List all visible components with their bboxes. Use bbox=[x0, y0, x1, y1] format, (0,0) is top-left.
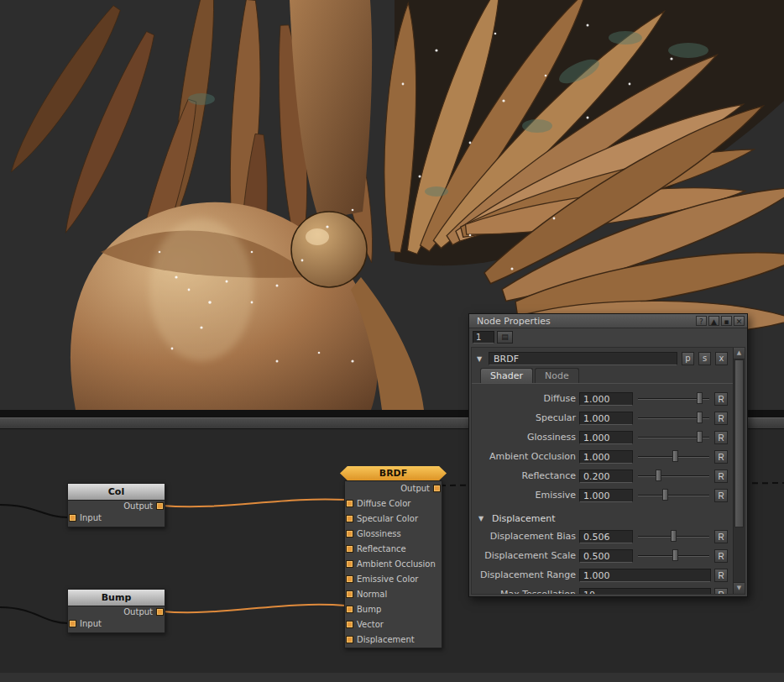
displacement-scale-reset-button[interactable]: R bbox=[714, 549, 728, 563]
glossiness-slider-handle[interactable] bbox=[697, 431, 703, 443]
list-options-button[interactable]: ▤ bbox=[497, 331, 513, 344]
node-brdf[interactable]: BRDF Output Diffuse Color Specular Color… bbox=[344, 466, 442, 648]
specular-reset-button[interactable]: R bbox=[714, 412, 728, 425]
preset-button-s[interactable]: s bbox=[698, 352, 711, 365]
close-icon[interactable]: ✕ bbox=[734, 316, 745, 326]
reflectance-reset-button[interactable]: R bbox=[714, 470, 728, 483]
tab-bar: Shader Node bbox=[472, 368, 733, 384]
node-bump[interactable]: Bump Output Input bbox=[67, 589, 165, 633]
brdf-output-port[interactable] bbox=[433, 485, 441, 492]
node-col[interactable]: Col Output Input bbox=[67, 483, 165, 527]
brdf-input-label: Normal bbox=[345, 587, 442, 602]
preset-button-p[interactable]: p bbox=[682, 352, 694, 365]
emissive-slider[interactable] bbox=[636, 485, 711, 505]
glossiness-slider[interactable] bbox=[636, 428, 711, 447]
scroll-down-icon[interactable]: ▼ bbox=[734, 582, 745, 594]
port-bump[interactable] bbox=[346, 606, 353, 613]
minimize-icon[interactable]: ▪ bbox=[721, 316, 732, 326]
node-properties-panel: Node Properties ? ▲ ▪ ✕ 1 ▤ ▼ BRDF p s x bbox=[468, 313, 748, 597]
wire-bump-to-brdf-bump[interactable] bbox=[162, 605, 346, 612]
diffuse-reset-button[interactable]: R bbox=[714, 392, 728, 406]
reflectance-slider[interactable] bbox=[636, 466, 711, 485]
col-output-port[interactable] bbox=[156, 502, 164, 510]
ambient-occlusion-reset-button[interactable]: R bbox=[714, 450, 728, 464]
port-displacement[interactable] bbox=[346, 636, 353, 643]
diffuse-slider-handle[interactable] bbox=[697, 392, 703, 404]
reflectance-value-field[interactable]: 0.200 bbox=[579, 470, 633, 483]
port-ambient-occlusion[interactable] bbox=[346, 560, 353, 568]
preset-button-x[interactable]: x bbox=[715, 352, 728, 365]
displacement-section-header[interactable]: ▼ Displacement bbox=[472, 510, 733, 527]
property-row-emissive: Emissive 1.000 R bbox=[472, 485, 733, 505]
brdf-input-label: Glossiness bbox=[345, 527, 442, 542]
specular-slider[interactable] bbox=[636, 408, 711, 428]
collapse-triangle-icon[interactable]: ▼ bbox=[477, 355, 485, 363]
displacement-bias-reset-button[interactable]: R bbox=[714, 530, 728, 543]
port-emissive-color[interactable] bbox=[346, 575, 353, 583]
tab-node[interactable]: Node bbox=[535, 368, 579, 383]
brdf-input-label: Emissive Color bbox=[345, 572, 442, 587]
port-vector[interactable] bbox=[346, 621, 353, 628]
glossiness-value-field[interactable]: 1.000 bbox=[579, 431, 633, 444]
col-input-port[interactable] bbox=[69, 514, 76, 522]
wire-into-col-input[interactable] bbox=[0, 505, 68, 517]
emissive-value-field[interactable]: 1.000 bbox=[579, 489, 633, 502]
scrollbar-thumb[interactable] bbox=[734, 359, 744, 527]
property-row-max-tessellation: Max Tessellation 10 R bbox=[472, 585, 733, 594]
diffuse-slider[interactable] bbox=[636, 389, 711, 408]
col-input-label: Input bbox=[68, 512, 165, 524]
collapse-triangle-icon[interactable]: ▼ bbox=[478, 515, 487, 522]
displacement-bias-slider-handle[interactable] bbox=[671, 530, 677, 542]
port-diffuse-color[interactable] bbox=[346, 500, 353, 507]
diffuse-label: Diffuse bbox=[473, 393, 579, 404]
node-brdf-title[interactable]: BRDF bbox=[340, 466, 447, 480]
bump-input-label: Input bbox=[68, 618, 165, 630]
col-input-row: Input bbox=[68, 512, 165, 524]
brdf-input-label: Specular Color bbox=[345, 512, 442, 527]
diffuse-value-field[interactable]: 1.000 bbox=[579, 392, 633, 406]
wire-col-to-brdf-diffuse[interactable] bbox=[162, 499, 346, 506]
specular-value-field[interactable]: 1.000 bbox=[579, 412, 633, 425]
property-row-ambient-occlusion: Ambient Occlusion 1.000 R bbox=[472, 447, 733, 466]
port-glossiness[interactable] bbox=[346, 530, 353, 538]
port-normal[interactable] bbox=[346, 590, 353, 598]
slider-groove bbox=[638, 475, 709, 477]
tab-shader[interactable]: Shader bbox=[480, 368, 533, 383]
bump-input-row: Input bbox=[68, 618, 165, 630]
bump-output-port[interactable] bbox=[156, 608, 164, 616]
panel-scrollbar[interactable]: ▲ ▼ bbox=[733, 348, 745, 594]
port-specular-color[interactable] bbox=[346, 515, 353, 522]
bump-input-port[interactable] bbox=[69, 620, 76, 627]
brdf-input-label: Vector bbox=[345, 617, 442, 632]
wire-into-bump-input[interactable] bbox=[0, 607, 68, 623]
scroll-up-icon[interactable]: ▲ bbox=[734, 348, 745, 359]
reflectance-slider-handle[interactable] bbox=[656, 470, 661, 481]
ambient-occlusion-label: Ambient Occlusion bbox=[473, 451, 579, 462]
displacement-range-value-field[interactable]: 1.000 bbox=[579, 569, 711, 582]
emissive-reset-button[interactable]: R bbox=[714, 489, 728, 502]
pin-icon[interactable]: ▲ bbox=[708, 316, 719, 326]
displacement-scale-slider-handle[interactable] bbox=[672, 549, 678, 561]
glossiness-reset-button[interactable]: R bbox=[714, 431, 728, 444]
displacement-bias-value-field[interactable]: 0.506 bbox=[579, 530, 633, 543]
panel-titlebar[interactable]: Node Properties ? ▲ ▪ ✕ bbox=[469, 314, 747, 328]
brdf-input-label: Bump bbox=[345, 602, 442, 617]
item-name-field[interactable]: BRDF bbox=[489, 352, 677, 365]
item-index-field[interactable]: 1 bbox=[473, 331, 494, 344]
ambient-occlusion-slider-handle[interactable] bbox=[672, 450, 678, 462]
displacement-scale-slider[interactable] bbox=[636, 546, 711, 565]
specular-slider-handle[interactable] bbox=[697, 412, 703, 423]
max-tessellation-value-field[interactable]: 10 bbox=[579, 588, 711, 595]
port-reflectance[interactable] bbox=[346, 545, 353, 553]
ambient-occlusion-slider[interactable] bbox=[636, 447, 711, 466]
brdf-output-row: Output bbox=[345, 481, 442, 496]
node-bump-title[interactable]: Bump bbox=[68, 590, 165, 606]
help-icon[interactable]: ? bbox=[696, 316, 707, 326]
displacement-bias-slider[interactable] bbox=[636, 527, 711, 546]
displacement-range-reset-button[interactable]: R bbox=[714, 569, 728, 582]
emissive-slider-handle[interactable] bbox=[662, 489, 668, 501]
node-col-title[interactable]: Col bbox=[68, 484, 165, 501]
ambient-occlusion-value-field[interactable]: 1.000 bbox=[579, 450, 633, 464]
max-tessellation-reset-button[interactable]: R bbox=[714, 588, 728, 595]
displacement-scale-value-field[interactable]: 0.500 bbox=[579, 549, 633, 563]
